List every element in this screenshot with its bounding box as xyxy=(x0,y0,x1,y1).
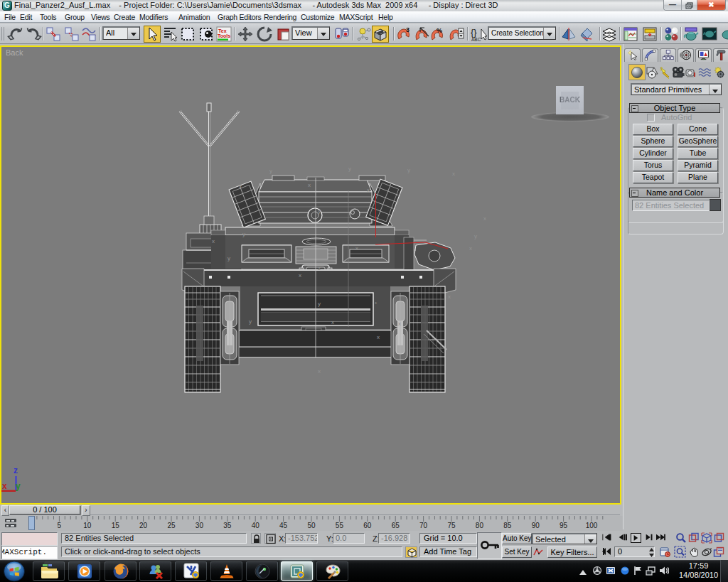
svg-text:95: 95 xyxy=(560,522,568,529)
svg-text:x: x xyxy=(367,187,370,193)
svg-text:80: 80 xyxy=(476,522,484,529)
svg-text:x: x xyxy=(299,272,301,279)
svg-text:y: y xyxy=(228,255,230,262)
svg-text:y: y xyxy=(249,318,252,325)
svg-text:10: 10 xyxy=(83,522,92,529)
svg-text:x: x xyxy=(355,245,358,252)
svg-text:ABC: ABC xyxy=(471,37,481,42)
svg-text:60: 60 xyxy=(363,522,372,529)
svg-text:z: z xyxy=(318,265,321,271)
svg-text:75: 75 xyxy=(447,522,456,529)
svg-text:y: y xyxy=(318,301,321,307)
svg-text:Tex: Tex xyxy=(218,28,227,33)
svg-text:40: 40 xyxy=(252,522,260,529)
svg-text:3: 3 xyxy=(406,26,410,33)
svg-text:*: * xyxy=(375,301,377,307)
svg-text:x: x xyxy=(318,368,321,374)
svg-text:5: 5 xyxy=(58,522,62,529)
svg-text:x: x xyxy=(2,481,7,491)
svg-text:25: 25 xyxy=(167,522,176,529)
svg-text:100: 100 xyxy=(586,522,598,529)
svg-text:y: y xyxy=(407,167,410,173)
svg-text:{}: {} xyxy=(471,27,477,38)
svg-text:x: x xyxy=(469,245,472,252)
svg-text:90: 90 xyxy=(532,522,540,529)
svg-text:y: y xyxy=(269,168,272,174)
svg-text:x: x xyxy=(398,320,401,327)
svg-text:z: z xyxy=(14,465,18,475)
svg-text:35: 35 xyxy=(223,522,232,529)
svg-text:x: x xyxy=(239,183,242,190)
svg-text:x: x xyxy=(448,293,451,300)
svg-text:x: x xyxy=(331,319,334,325)
svg-text:Tools: Tools xyxy=(218,33,230,38)
svg-text:15: 15 xyxy=(112,522,120,529)
svg-text:x: x xyxy=(212,238,215,244)
svg-text:30: 30 xyxy=(196,522,204,529)
svg-text:x: x xyxy=(308,182,311,188)
svg-text:65: 65 xyxy=(392,522,400,529)
svg-text:x: x xyxy=(483,215,486,222)
svg-text:y: y xyxy=(16,481,21,491)
svg-text:70: 70 xyxy=(419,522,428,529)
svg-text:x: x xyxy=(377,334,380,340)
svg-text:x: x xyxy=(452,171,455,177)
svg-text:45: 45 xyxy=(279,522,288,529)
svg-text:%: % xyxy=(437,27,442,34)
svg-text:y: y xyxy=(242,231,245,237)
svg-text:y: y xyxy=(318,208,321,215)
svg-text:50: 50 xyxy=(307,522,316,529)
svg-text:85: 85 xyxy=(503,522,512,529)
svg-text:55: 55 xyxy=(336,522,344,529)
svg-text:y: y xyxy=(348,166,351,172)
svg-text:20: 20 xyxy=(139,522,148,529)
svg-text:y: y xyxy=(474,233,477,239)
